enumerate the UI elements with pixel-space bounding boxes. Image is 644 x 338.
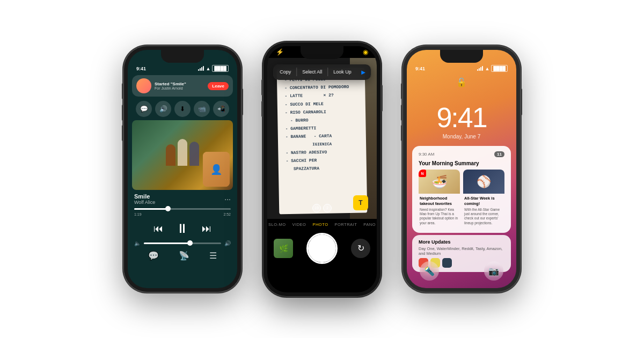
album-art: 👤: [132, 120, 233, 190]
rewind-button[interactable]: ⏮: [153, 223, 163, 234]
left-status-icons: ▲ ████: [198, 65, 229, 72]
forward-button[interactable]: ⏭: [202, 223, 211, 234]
signal-bar-r4: [482, 66, 483, 71]
share-button[interactable]: 📲: [213, 101, 229, 117]
download-icon: ⬇: [180, 105, 185, 113]
volume-fill: [144, 243, 190, 244]
portrait-mode[interactable]: PORTRAIT: [334, 222, 357, 227]
signal-bar-2: [200, 68, 201, 71]
pip-thumbnail: 👤: [203, 152, 230, 187]
left-status-time: 9:41: [136, 66, 146, 71]
phones-container: 9:41 ▲ ████ Started "Smile": [113, 31, 531, 307]
playback-controls: ⏮ ⏸ ⏭: [128, 217, 237, 240]
flash-icon[interactable]: ⚡: [276, 48, 284, 56]
right-volume-up-button: [401, 83, 402, 99]
article-title-2: All-Star Week is coming!: [464, 196, 503, 207]
look-up-menu-item[interactable]: Look Up: [328, 67, 357, 77]
volume-handle[interactable]: [187, 240, 193, 246]
right-power-button: [521, 89, 522, 115]
queue-button[interactable]: ☰: [209, 251, 217, 261]
signal-bar-1: [198, 69, 199, 71]
photo-thumbnail[interactable]: 🌿: [274, 239, 293, 258]
slo-mo-mode[interactable]: SLO-MO: [268, 222, 286, 227]
morning-summary-card[interactable]: 9:30 AM 11 Your Morning Summary 🍜 N Neig…: [412, 146, 511, 233]
band-figures: [166, 139, 199, 171]
note-line-4: - SUCCO DI MELE: [285, 99, 358, 108]
copy-menu-item[interactable]: Copy: [274, 67, 296, 77]
music-info: Smile Wolf Alice ···: [128, 190, 237, 206]
article-image-2: ⚾: [463, 170, 504, 194]
context-menu: Copy Select All Look Up ▶: [273, 64, 371, 80]
timer-icon[interactable]: ◉: [363, 48, 368, 56]
lock-icon-area: 🔓: [407, 74, 516, 87]
track-artist: Wolf Alice: [134, 200, 155, 205]
note-line-3: - LATTE × 2?: [284, 91, 357, 100]
volume-track: [144, 243, 221, 244]
camera-button[interactable]: 📷: [484, 261, 503, 281]
flashlight-button[interactable]: 🔦: [420, 261, 439, 281]
phone-middle: ⚡ ◎ ◉ Copy Select All Look Up ▶: [263, 42, 381, 297]
middle-power-button: [381, 85, 383, 112]
right-status-time: 9:41: [415, 66, 425, 71]
track-title: Smile: [134, 193, 155, 200]
speaker-button[interactable]: 🔊: [155, 101, 171, 117]
photo-mode[interactable]: PHOTO: [312, 222, 328, 227]
news-badge-1: N: [419, 170, 426, 177]
note-line-2: - CONCENTRATO DI POMODORO: [284, 83, 357, 92]
facetime-title: Started "Smile": [155, 82, 204, 86]
volume-low-icon: 🔈: [134, 240, 141, 246]
article-card-2[interactable]: ⚾ All-Star Week is coming! With the All-…: [463, 170, 504, 227]
lock-date: Monday, June 7: [407, 134, 516, 144]
select-all-menu-item[interactable]: Select All: [297, 67, 327, 77]
download-button[interactable]: ⬇: [174, 101, 191, 117]
right-phone-screen: 9:41 ▲ ████ 🔓 9:41: [407, 50, 516, 288]
phone-right: 9:41 ▲ ████ 🔓 9:41: [402, 46, 521, 292]
wifi-icon: ▲: [206, 66, 210, 71]
message-button[interactable]: 💬: [136, 101, 152, 117]
article-title-1: Neighborhood takeout favorites: [420, 196, 459, 207]
right-silent-switch: [401, 125, 402, 141]
camera-bottom: 🌿 ↻: [267, 230, 377, 267]
volume-bar[interactable]: 🔈 🔊: [128, 240, 237, 246]
lyrics-button[interactable]: 💬: [148, 251, 159, 261]
progress-bar[interactable]: [128, 206, 237, 212]
video-mode[interactable]: VIDEO: [292, 222, 306, 227]
progress-handle[interactable]: [165, 206, 171, 211]
video-icon: 📹: [198, 105, 206, 113]
figure-2: [178, 139, 187, 166]
video-button[interactable]: 📹: [194, 101, 210, 117]
article-image-1: 🍜 N: [419, 170, 460, 194]
facetime-banner[interactable]: Started "Smile" For Justin Arnold Leave: [132, 75, 233, 97]
power-button: [241, 89, 243, 115]
flip-camera-button[interactable]: ↻: [351, 239, 370, 258]
shutter-button[interactable]: [308, 234, 336, 262]
pause-button[interactable]: ⏸: [176, 221, 189, 236]
time-current: 1:19: [134, 212, 142, 216]
signal-bar-r3: [480, 67, 481, 71]
sport-emoji: ⚾: [463, 170, 504, 194]
note-line-6: - BURRO: [285, 115, 358, 124]
middle-volume-down-button: [261, 101, 263, 117]
figure-3: [189, 142, 199, 166]
volume-down-button: [122, 105, 123, 121]
scan-indicator-2: 2: [323, 204, 332, 212]
pano-mode[interactable]: PANO: [363, 222, 376, 227]
airplay-button[interactable]: 📡: [179, 251, 189, 261]
menu-arrow[interactable]: ▶: [357, 67, 370, 77]
scan-indicators: 19 2: [267, 204, 377, 212]
signal-bar-r2: [479, 68, 480, 71]
note-line-11: - SACCHI PER: [286, 155, 358, 165]
note-line-12: SPAZZATURA: [286, 163, 359, 173]
notification-count: 11: [494, 151, 504, 157]
more-options-button[interactable]: ···: [224, 195, 231, 203]
more-updates-text: Day One, WaterMinder, Reddit, Tasty, Ama…: [419, 246, 504, 256]
signal-bar-r1: [477, 69, 478, 71]
camera-viewfinder: - PETTI DI POLLO - CONCENTRATO DI POMODO…: [267, 58, 377, 219]
share-icon: 📲: [217, 105, 225, 113]
facetime-info: Started "Smile" For Justin Arnold: [155, 82, 204, 90]
article-card-1[interactable]: 🍜 N Neighborhood takeout favorites Need …: [419, 170, 460, 227]
camera-mode-bar: SLO-MO VIDEO PHOTO PORTRAIT PANO: [267, 219, 377, 230]
leave-button[interactable]: Leave: [208, 82, 229, 90]
signal-bar-4: [203, 66, 204, 71]
middle-phone-screen: ⚡ ◎ ◉ Copy Select All Look Up ▶: [267, 46, 377, 292]
